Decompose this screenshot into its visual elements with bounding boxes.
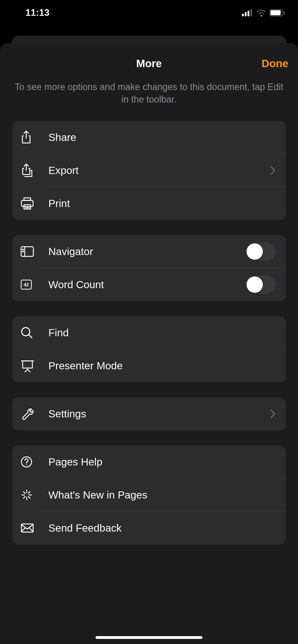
status-bar: 11:13: [0, 0, 298, 25]
svg-line-32: [28, 496, 30, 498]
whatsnew-label: What's New in Pages: [48, 489, 276, 501]
export-icon: [20, 163, 41, 178]
home-indicator[interactable]: [96, 636, 202, 639]
svg-rect-21: [23, 361, 32, 368]
svg-line-31: [23, 492, 25, 493]
feedback-row[interactable]: Send Feedback: [12, 511, 286, 545]
svg-rect-8: [21, 200, 33, 207]
toggle-knob: [247, 276, 263, 293]
more-sheet: More Done To see more options and make c…: [0, 43, 298, 644]
share-label: Share: [48, 131, 276, 143]
group-share-export-print: Share Export: [12, 121, 286, 220]
envelope-icon: [20, 523, 41, 533]
svg-rect-6: [284, 11, 285, 14]
group-help: Pages Help What's New in Pages: [12, 445, 286, 545]
find-label: Find: [48, 327, 276, 339]
svg-point-14: [23, 249, 23, 250]
svg-rect-3: [250, 9, 252, 16]
wordcount-toggle[interactable]: [246, 275, 276, 294]
navigator-icon: [20, 246, 41, 257]
svg-line-23: [25, 370, 28, 372]
share-icon: [20, 130, 41, 144]
toggle-knob: [247, 243, 263, 260]
find-row[interactable]: Find: [12, 316, 286, 349]
wordcount-row[interactable]: 42 Word Count: [12, 268, 286, 301]
svg-rect-5: [270, 10, 281, 15]
status-icons: [242, 9, 285, 16]
sparkle-icon: [20, 489, 41, 501]
status-time: 11:13: [25, 7, 50, 18]
svg-rect-2: [248, 11, 249, 16]
wrench-icon: [20, 407, 41, 420]
svg-point-15: [23, 251, 23, 252]
settings-label: Settings: [48, 408, 270, 420]
help-icon: [20, 456, 41, 468]
print-icon: [20, 197, 41, 210]
presenter-label: Presenter Mode: [48, 360, 276, 372]
feedback-label: Send Feedback: [48, 522, 276, 534]
chevron-right-icon: [270, 409, 276, 419]
svg-rect-35: [21, 524, 33, 532]
svg-line-34: [23, 496, 25, 498]
navigator-toggle[interactable]: [246, 242, 276, 261]
share-row[interactable]: Share: [12, 121, 286, 154]
help-row[interactable]: Pages Help: [12, 445, 286, 478]
navigator-row[interactable]: Navigator: [12, 235, 286, 268]
print-row[interactable]: Print: [12, 187, 286, 220]
svg-rect-0: [242, 14, 244, 16]
search-icon: [20, 326, 41, 339]
presenter-icon: [20, 359, 41, 373]
svg-line-24: [28, 370, 30, 372]
done-button[interactable]: Done: [262, 57, 288, 70]
svg-point-26: [26, 464, 27, 465]
wordcount-icon: 42: [20, 279, 41, 290]
group-navigator-wordcount: Navigator 42 Word Count: [12, 235, 286, 301]
whatsnew-row[interactable]: What's New in Pages: [12, 478, 286, 511]
export-label: Export: [48, 165, 270, 177]
svg-line-33: [28, 492, 30, 493]
presenter-row[interactable]: Presenter Mode: [12, 349, 286, 382]
settings-row[interactable]: Settings: [12, 397, 286, 430]
print-label: Print: [48, 198, 276, 210]
cellular-icon: [242, 9, 253, 16]
navigator-label: Navigator: [48, 246, 246, 258]
svg-rect-1: [245, 12, 247, 16]
svg-line-19: [29, 335, 32, 338]
sheet-title: More: [136, 57, 162, 70]
sheet-header: More Done: [0, 53, 298, 74]
help-label: Pages Help: [48, 456, 276, 468]
battery-icon: [269, 9, 285, 16]
group-find-presenter: Find Presenter Mode: [12, 316, 286, 382]
group-settings: Settings: [12, 397, 286, 430]
export-row[interactable]: Export: [12, 154, 286, 187]
chevron-right-icon: [270, 166, 276, 175]
wordcount-label: Word Count: [48, 279, 246, 291]
wifi-icon: [256, 9, 266, 16]
hint-text: To see more options and make changes to …: [0, 74, 298, 111]
svg-text:42: 42: [24, 282, 29, 287]
